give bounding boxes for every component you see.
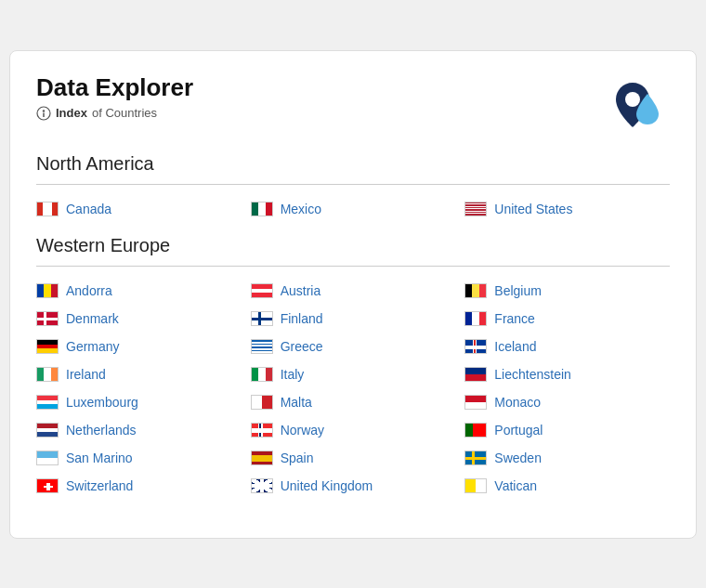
region-title-0: North America [36, 153, 670, 175]
subtitle-bold: Index [56, 106, 87, 120]
list-item[interactable]: United States [464, 202, 670, 216]
list-item[interactable]: Luxembourg [36, 395, 242, 410]
flag-monaco [464, 395, 487, 410]
country-name[interactable]: Vatican [494, 478, 537, 493]
flag-greece [251, 339, 273, 354]
list-item[interactable]: Netherlands [36, 423, 242, 438]
flag-mexico [251, 202, 273, 216]
country-name[interactable]: United Kingdom [281, 478, 373, 493]
flag-ireland [36, 367, 59, 382]
list-item[interactable]: Canada [36, 202, 242, 216]
country-name[interactable]: Denmark [66, 311, 119, 326]
flag-iceland [464, 339, 487, 354]
region-0: North AmericaCanadaMexicoUnited States [36, 153, 670, 216]
country-name[interactable]: Malta [281, 395, 312, 410]
svg-point-1 [43, 110, 45, 111]
list-item[interactable]: Liechtenstein [464, 367, 670, 382]
list-item[interactable]: Vatican [464, 478, 670, 493]
country-name[interactable]: Mexico [281, 202, 321, 216]
country-name[interactable]: Norway [281, 423, 324, 438]
page-title: Data Explorer [36, 73, 193, 102]
country-name[interactable]: United States [494, 202, 572, 216]
country-name[interactable]: Canada [66, 202, 111, 216]
flag-italy [251, 367, 273, 382]
country-name[interactable]: Germany [66, 339, 120, 354]
list-item[interactable]: Monaco [464, 395, 670, 410]
country-name[interactable]: Netherlands [66, 423, 137, 438]
country-name[interactable]: San Marino [66, 451, 133, 465]
flag-vatican [464, 478, 487, 493]
flag-malta [251, 395, 273, 410]
subtitle: Index of Countries [36, 106, 193, 121]
country-grid-1: AndorraAustriaBelgiumDenmarkFinlandFranc… [36, 283, 670, 493]
flag-san-marino [36, 451, 59, 465]
region-1: Western EuropeAndorraAustriaBelgiumDenma… [36, 235, 670, 493]
list-item[interactable]: Spain [251, 451, 456, 465]
flag-andorra [36, 283, 59, 298]
flag-us [464, 202, 487, 216]
region-title-1: Western Europe [36, 235, 670, 256]
country-name[interactable]: Switzerland [66, 478, 133, 493]
country-name[interactable]: Belgium [494, 283, 542, 298]
country-name[interactable]: Sweden [494, 451, 542, 465]
list-item[interactable]: Andorra [36, 283, 242, 298]
flag-spain [251, 451, 273, 465]
list-item[interactable]: Germany [36, 339, 242, 354]
country-name[interactable]: Italy [281, 367, 305, 382]
list-item[interactable]: Switzerland [36, 478, 242, 493]
regions-container: North AmericaCanadaMexicoUnited StatesWe… [36, 153, 670, 493]
country-name[interactable]: Portugal [494, 423, 543, 438]
flag-switzerland [36, 478, 59, 493]
country-name[interactable]: Greece [281, 339, 323, 354]
list-item[interactable]: France [464, 311, 670, 326]
list-item[interactable]: Ireland [36, 367, 242, 382]
list-item[interactable]: Portugal [464, 423, 670, 438]
svg-point-3 [625, 92, 640, 107]
list-item[interactable]: Denmark [36, 311, 242, 326]
flag-sweden [464, 451, 487, 465]
country-name[interactable]: Ireland [66, 367, 106, 382]
flag-france [464, 311, 487, 326]
country-name[interactable]: France [494, 311, 535, 326]
flag-liechtenstein [464, 367, 487, 382]
list-item[interactable]: United Kingdom [251, 478, 456, 493]
country-grid-0: CanadaMexicoUnited States [36, 202, 670, 216]
region-divider-0 [36, 184, 670, 185]
country-name[interactable]: Luxembourg [66, 395, 138, 410]
main-card: Data Explorer Index of Countries [9, 50, 697, 539]
flag-canada [36, 202, 59, 216]
flag-belgium [464, 283, 487, 298]
country-name[interactable]: Liechtenstein [494, 367, 571, 382]
index-icon [36, 106, 51, 121]
list-item[interactable]: Greece [251, 339, 456, 354]
list-item[interactable]: Finland [251, 311, 456, 326]
country-name[interactable]: Spain [281, 451, 314, 465]
flag-finland [251, 311, 273, 326]
flag-uk [251, 478, 273, 493]
country-name[interactable]: Iceland [494, 339, 536, 354]
flag-austria [251, 283, 273, 298]
list-item[interactable]: Mexico [251, 202, 456, 216]
country-name[interactable]: Monaco [494, 395, 541, 410]
flag-netherlands [36, 423, 59, 438]
subtitle-rest: of Countries [92, 106, 157, 120]
logo [607, 73, 670, 137]
list-item[interactable]: Austria [251, 283, 456, 298]
list-item[interactable]: Iceland [464, 339, 670, 354]
header: Data Explorer Index of Countries [36, 73, 670, 137]
flag-germany [36, 339, 59, 354]
list-item[interactable]: Norway [251, 423, 456, 438]
country-name[interactable]: Finland [281, 311, 323, 326]
country-name[interactable]: Austria [281, 283, 321, 298]
header-left: Data Explorer Index of Countries [36, 73, 193, 121]
list-item[interactable]: Belgium [464, 283, 670, 298]
flag-denmark [36, 311, 59, 326]
list-item[interactable]: Sweden [464, 451, 670, 465]
list-item[interactable]: San Marino [36, 451, 242, 465]
flag-luxembourg [36, 395, 59, 410]
country-name[interactable]: Andorra [66, 283, 112, 298]
list-item[interactable]: Italy [251, 367, 456, 382]
list-item[interactable]: Malta [251, 395, 456, 410]
flag-norway [251, 423, 273, 438]
flag-portugal [464, 423, 487, 438]
